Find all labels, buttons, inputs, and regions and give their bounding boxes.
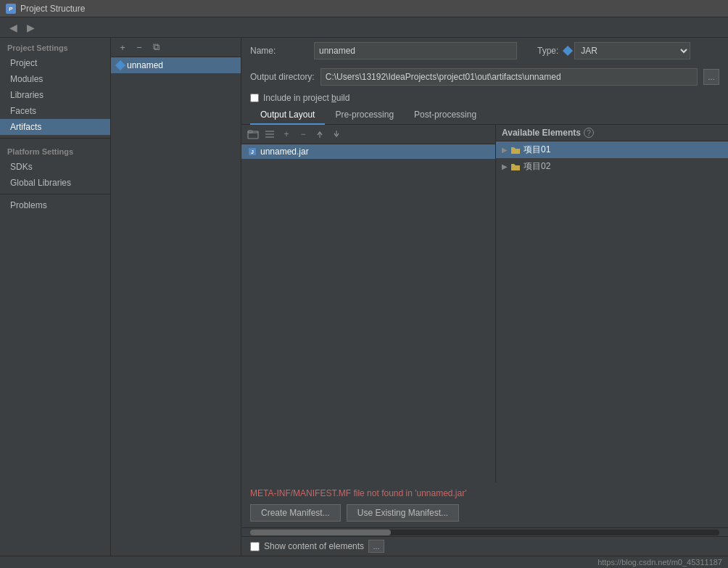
window-title: Project Structure — [20, 4, 85, 14]
available-panel: Available Elements ? ▶ 项目01 ▶ — [496, 125, 728, 482]
include-project-build-checkbox[interactable] — [250, 94, 259, 102]
sidebar-item-artifacts[interactable]: Artifacts — [0, 119, 110, 135]
tree-remove-btn[interactable]: − — [296, 127, 310, 141]
type-select-wrap: JAR — [564, 42, 690, 59]
jar-icon: J — [247, 147, 257, 157]
avail-header: Available Elements ? — [496, 125, 728, 141]
artifact-toolbar: + − ⧉ — [111, 38, 241, 57]
copy-artifact-button[interactable]: ⧉ — [149, 40, 163, 54]
project-settings-label: Project Settings — [0, 38, 110, 55]
show-content-label: Show content of elements — [264, 541, 364, 551]
artifact-diamond-icon — [115, 60, 125, 70]
avail-item-project01[interactable]: ▶ 项目01 — [496, 141, 728, 158]
scrollbar-track — [250, 530, 719, 535]
svg-text:J: J — [251, 149, 254, 155]
tree-add-btn[interactable]: + — [279, 127, 294, 141]
create-manifest-button[interactable]: Create Manifest... — [250, 504, 341, 522]
output-tree-toolbar: + − — [241, 125, 495, 144]
warning-text: META-INF/MANIFEST.MF file not found in '… — [241, 482, 728, 501]
app-icon: P — [6, 4, 16, 14]
sidebar-item-libraries[interactable]: Libraries — [0, 87, 110, 103]
settings-panel: Name: Type: JAR Output directory: — [241, 38, 728, 556]
avail-help-icon[interactable]: ? — [584, 128, 594, 138]
artifact-list-section: + − ⧉ unnamed — [111, 38, 241, 556]
name-label: Name: — [250, 46, 308, 56]
sidebar-divider-2 — [0, 194, 110, 194]
add-artifact-button[interactable]: + — [115, 40, 130, 54]
type-diamond-icon — [563, 46, 573, 56]
output-layout-area: + − J — [241, 125, 728, 482]
back-button[interactable]: ◀ — [6, 20, 20, 35]
horizontal-scrollbar[interactable] — [241, 527, 728, 536]
avail-item-project02-label: 项目02 — [524, 160, 550, 173]
main-content: Project Settings Project Modules Librari… — [0, 38, 728, 556]
use-existing-manifest-button[interactable]: Use Existing Manifest... — [347, 504, 459, 522]
tab-output-layout[interactable]: Output Layout — [250, 106, 325, 125]
tree-folder-btn[interactable] — [246, 127, 260, 141]
svg-text:P: P — [9, 6, 13, 12]
nav-bar: ◀ ▶ — [0, 17, 728, 38]
show-content-ellipsis-button[interactable]: ... — [368, 540, 384, 553]
output-dir-row: Output directory: … — [241, 64, 728, 90]
avail-item-project01-label: 项目01 — [524, 144, 550, 156]
avail-title: Available Elements — [502, 128, 581, 138]
sidebar-item-modules[interactable]: Modules — [0, 71, 110, 87]
name-input[interactable] — [314, 42, 517, 59]
sidebar: Project Settings Project Modules Librari… — [0, 38, 111, 556]
type-select[interactable]: JAR — [574, 42, 690, 59]
remove-artifact-button[interactable]: − — [132, 40, 146, 54]
output-dir-input[interactable] — [320, 68, 698, 86]
tree-item-unnamed-jar[interactable]: J unnamed.jar — [241, 144, 495, 159]
tree-move-up-btn[interactable] — [313, 127, 327, 141]
artifact-label: unnamed — [127, 60, 163, 70]
include-project-build-label: Include in project build — [263, 93, 349, 103]
name-row: Name: Type: JAR — [241, 38, 728, 64]
artifact-item-unnamed[interactable]: unnamed — [111, 57, 241, 73]
tab-pre-processing[interactable]: Pre-processing — [325, 106, 404, 125]
show-content-row: Show content of elements ... — [241, 536, 728, 556]
bottom-buttons: Create Manifest... Use Existing Manifest… — [241, 501, 728, 527]
tree-list-btn[interactable] — [262, 127, 277, 141]
folder-icon-project02 — [510, 162, 521, 172]
sidebar-item-global-libraries[interactable]: Global Libraries — [0, 175, 110, 191]
avail-item-project02[interactable]: ▶ 项目02 — [496, 158, 728, 175]
chevron-right-icon: ▶ — [502, 146, 508, 154]
browse-icon: … — [708, 73, 715, 81]
show-content-checkbox[interactable] — [250, 542, 260, 551]
chevron-right-icon-2: ▶ — [502, 162, 508, 170]
tab-post-processing[interactable]: Post-processing — [404, 106, 487, 125]
tabs-bar: Output Layout Pre-processing Post-proces… — [241, 106, 728, 125]
tree-move-down-btn[interactable] — [329, 127, 344, 141]
sidebar-divider — [0, 138, 110, 139]
sidebar-item-sdks[interactable]: SDKs — [0, 159, 110, 175]
tree-item-label: unnamed.jar — [260, 147, 309, 157]
forward-button[interactable]: ▶ — [23, 20, 38, 35]
output-dir-browse-button[interactable]: … — [703, 69, 719, 85]
right-inner: + − ⧉ unnamed Name: Type: — [111, 38, 728, 556]
folder-icon-project01 — [510, 145, 521, 155]
output-tree: + − J — [241, 125, 496, 482]
footer-url: https://blog.csdn.net/m0_45311187 — [597, 558, 722, 567]
title-bar: P Project Structure — [0, 0, 728, 17]
sidebar-item-problems[interactable]: Problems — [0, 197, 110, 213]
sidebar-item-facets[interactable]: Facets — [0, 103, 110, 119]
type-label: Type: — [537, 46, 558, 56]
right-panel: + − ⧉ unnamed Name: Type: — [111, 38, 728, 556]
sidebar-item-project[interactable]: Project — [0, 55, 110, 71]
output-dir-label: Output directory: — [250, 72, 315, 82]
include-project-build-row: Include in project build — [241, 90, 728, 106]
platform-settings-label: Platform Settings — [0, 141, 110, 159]
url-bar: https://blog.csdn.net/m0_45311187 — [0, 556, 728, 568]
scrollbar-thumb — [250, 530, 391, 535]
